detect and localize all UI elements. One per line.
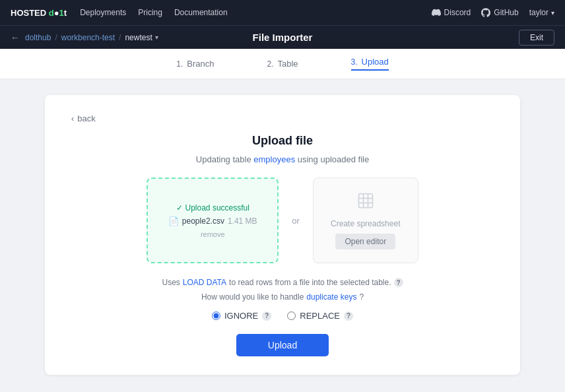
user-label: taylor: [529, 8, 548, 17]
info-section: Uses LOAD DATA to read rows from a file …: [71, 278, 494, 302]
breadcrumb: dolthub / workbench-test / newtest ▾: [25, 33, 158, 42]
load-data-info: Uses LOAD DATA to read rows from a file …: [71, 278, 494, 287]
replace-label: REPLACE: [300, 311, 340, 321]
duplicate-keys-info: How would you like to handle duplicate k…: [71, 292, 494, 302]
page-title: File Importer: [253, 32, 313, 43]
svg-rect-0: [358, 194, 372, 208]
radio-row: IGNORE ? REPLACE ?: [71, 311, 494, 321]
breadcrumb-sep-2: /: [119, 33, 121, 42]
remove-link[interactable]: remove: [201, 230, 225, 238]
nav-links: Deployments Pricing Documentation: [80, 8, 227, 17]
top-navigation: HOSTED d●1t Deployments Pricing Document…: [0, 0, 565, 25]
logo[interactable]: HOSTED d●1t: [11, 8, 67, 18]
step-table[interactable]: 2. Table: [267, 57, 298, 71]
logo-text: HOSTED d●1t: [11, 8, 67, 18]
step-1-num: 1.: [176, 59, 183, 69]
github-label: GitHub: [494, 8, 518, 17]
file-size: 1.41 MB: [228, 216, 257, 226]
step-3-label: Upload: [362, 57, 389, 67]
section-title: Upload file: [71, 134, 494, 148]
discord-button[interactable]: Discord: [432, 8, 471, 17]
file-icon: 📄: [168, 216, 179, 226]
check-icon: ✓: [176, 203, 183, 212]
upload-btn-row: Upload: [71, 334, 494, 356]
file-info: 📄 people2.csv 1.41 MB: [168, 216, 257, 226]
upload-dropzone[interactable]: ✓ Upload successful 📄 people2.csv 1.41 M…: [147, 178, 279, 263]
replace-radio[interactable]: [287, 311, 296, 320]
breadcrumb-dolthub[interactable]: dolthub: [25, 33, 51, 42]
ignore-help-icon[interactable]: ?: [262, 311, 271, 321]
step-branch[interactable]: 1. Branch: [176, 57, 214, 71]
breadcrumb-sep-1: /: [55, 33, 57, 42]
step-2-label: Table: [277, 59, 298, 69]
back-label: back: [77, 114, 95, 123]
load-data-link[interactable]: LOAD DATA: [183, 278, 226, 287]
discord-label: Discord: [444, 8, 471, 17]
spreadsheet-box: Create spreadsheet Open editor: [313, 178, 418, 263]
ignore-option[interactable]: IGNORE ?: [212, 311, 271, 321]
breadcrumb-newtest[interactable]: newtest ▾: [125, 33, 158, 42]
nav-deployments[interactable]: Deployments: [80, 8, 126, 17]
steps-bar: 1. Branch 2. Table 3. Upload: [0, 49, 565, 79]
upload-button[interactable]: Upload: [236, 334, 329, 356]
back-arrow-icon[interactable]: ←: [11, 32, 20, 43]
github-button[interactable]: GitHub: [481, 8, 518, 17]
user-menu[interactable]: taylor ▾: [529, 8, 554, 17]
nav-pricing[interactable]: Pricing: [138, 8, 162, 17]
subtitle: Updating table employees using uploaded …: [71, 154, 494, 164]
step-upload[interactable]: 3. Upload: [351, 57, 389, 71]
back-chevron-icon: ‹: [71, 114, 74, 123]
nav-documentation[interactable]: Documentation: [174, 8, 228, 17]
spreadsheet-label: Create spreadsheet: [331, 219, 400, 228]
back-link[interactable]: ‹ back: [71, 114, 494, 123]
breadcrumb-workbench[interactable]: workbench-test: [61, 33, 115, 42]
step-2-num: 2.: [267, 59, 273, 69]
subtitle-prefix: Updating table: [196, 154, 253, 164]
help-icon[interactable]: ?: [394, 278, 403, 287]
upload-row: ✓ Upload successful 📄 people2.csv 1.41 M…: [71, 178, 494, 263]
sub-navigation: ← dolthub / workbench-test / newtest ▾ F…: [0, 25, 565, 49]
main-content: ‹ back Upload file Updating table employ…: [0, 79, 565, 391]
duplicate-keys-link[interactable]: duplicate keys: [306, 292, 356, 302]
replace-option[interactable]: REPLACE ?: [287, 311, 353, 321]
upload-success-msg: ✓ Upload successful: [176, 203, 249, 212]
file-name: people2.csv: [182, 216, 224, 226]
step-3-num: 3.: [351, 57, 358, 67]
ignore-label: IGNORE: [224, 311, 258, 321]
spreadsheet-icon: [356, 191, 375, 214]
replace-help-icon[interactable]: ?: [344, 311, 353, 321]
info-suffix: to read rows from a file into the select…: [229, 278, 391, 287]
chevron-down-icon: ▾: [551, 9, 554, 16]
exit-button[interactable]: Exit: [519, 30, 554, 46]
table-link[interactable]: employees: [253, 154, 295, 164]
or-label: or: [292, 216, 300, 226]
ignore-radio[interactable]: [212, 311, 220, 320]
subtitle-suffix: using uploaded file: [295, 154, 369, 164]
content-card: ‹ back Upload file Updating table employ…: [45, 95, 520, 375]
dup-prefix: How would you like to handle: [201, 292, 304, 302]
chevron-down-icon: ▾: [155, 34, 158, 41]
open-editor-button[interactable]: Open editor: [335, 234, 395, 249]
info-prefix: Uses: [162, 278, 180, 287]
step-1-label: Branch: [187, 59, 214, 69]
dup-suffix: ?: [359, 292, 364, 302]
